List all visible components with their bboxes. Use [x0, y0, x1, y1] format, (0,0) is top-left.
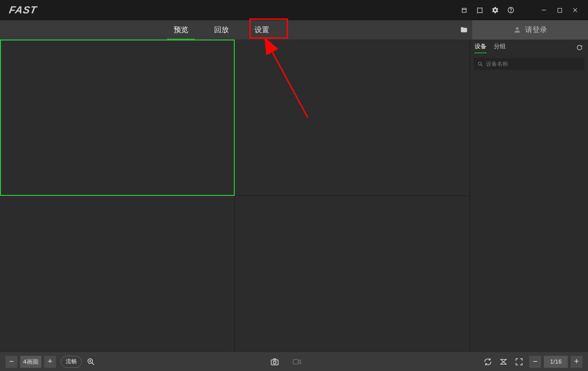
window-close-icon[interactable] [571, 6, 579, 14]
titlebar: FAST [0, 0, 588, 20]
window-minimize-icon[interactable] [540, 6, 548, 14]
svg-rect-21 [294, 360, 299, 364]
side-panel-tabs: 设备 分组 [470, 40, 588, 55]
tool-icon-2[interactable] [476, 6, 483, 14]
fullscreen-icon[interactable] [514, 356, 525, 367]
title-icons [460, 6, 583, 14]
window-maximize-icon[interactable] [556, 6, 563, 14]
video-cell-1[interactable] [0, 40, 235, 196]
device-search-box [474, 58, 584, 70]
snapshot-icon[interactable] [269, 356, 280, 367]
layout-decrease-button[interactable]: − [6, 356, 17, 368]
svg-rect-0 [462, 8, 466, 12]
page-prev-button[interactable]: − [529, 356, 541, 368]
layout-increase-button[interactable]: + [44, 356, 56, 368]
svg-marker-24 [501, 362, 506, 364]
svg-point-20 [273, 361, 276, 364]
stream-quality-button[interactable]: 流畅 [61, 356, 82, 368]
record-icon [291, 356, 302, 367]
tab-preview[interactable]: 预览 [161, 20, 201, 40]
svg-rect-9 [558, 8, 562, 12]
sort-icon[interactable] [498, 356, 509, 367]
refresh-icon[interactable] [575, 43, 583, 51]
bottom-bar: − 4画面 + 流畅 − 1/16 + [0, 352, 588, 371]
app-logo: FAST [9, 4, 37, 16]
video-grid [0, 40, 469, 352]
tool-icon-1[interactable] [460, 6, 468, 14]
tab-settings-label: 设置 [254, 25, 269, 35]
svg-point-13 [478, 62, 481, 65]
video-cell-3[interactable] [0, 196, 235, 352]
help-icon[interactable] [507, 6, 514, 14]
gear-icon[interactable] [492, 6, 499, 14]
tabs-bar: 预览 回放 设置 请登录 [0, 20, 588, 40]
video-cell-4[interactable] [235, 196, 469, 352]
svg-line-16 [92, 363, 94, 365]
svg-point-7 [510, 11, 511, 12]
login-button-label: 请登录 [525, 25, 547, 35]
side-tab-group[interactable]: 分组 [494, 42, 506, 52]
search-icon [477, 61, 483, 67]
svg-line-14 [481, 64, 482, 66]
main-area: 设备 分组 [0, 40, 588, 352]
annotation-red-arrow [264, 44, 319, 127]
cycle-icon[interactable] [482, 356, 493, 367]
folder-button[interactable] [456, 20, 472, 40]
svg-marker-22 [298, 360, 300, 363]
tab-playback-label: 回放 [214, 25, 229, 35]
page-next-button[interactable]: + [571, 356, 582, 368]
svg-rect-1 [477, 8, 482, 12]
tab-settings[interactable]: 设置 [242, 20, 282, 40]
zoom-in-icon[interactable] [86, 357, 96, 366]
svg-line-12 [271, 50, 308, 118]
device-search-input[interactable] [486, 61, 581, 67]
page-label: 1/16 [544, 356, 568, 368]
tab-preview-label: 预览 [174, 25, 188, 35]
side-tab-device[interactable]: 设备 [475, 42, 486, 52]
login-button[interactable]: 请登录 [472, 20, 588, 40]
side-panel: 设备 分组 [469, 40, 588, 352]
svg-rect-19 [271, 360, 278, 365]
tab-playback[interactable]: 回放 [201, 20, 242, 40]
layout-label: 4画面 [20, 356, 41, 368]
